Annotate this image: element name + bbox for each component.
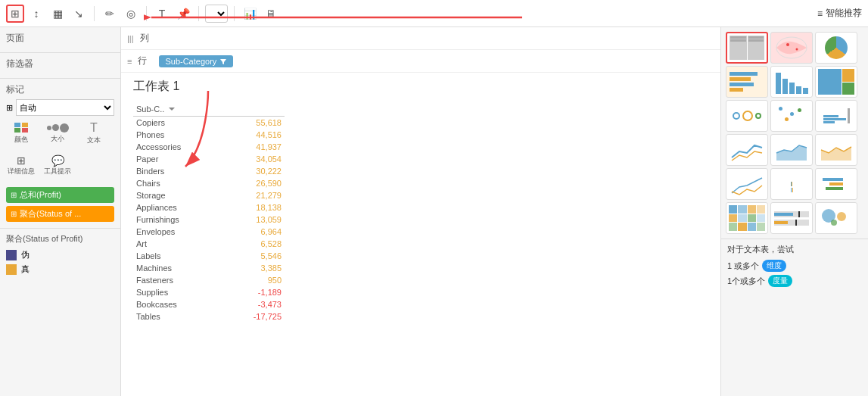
chart-more1[interactable] — [815, 100, 857, 132]
color-mark[interactable]: 颜色 — [6, 120, 36, 146]
tree-preview — [816, 67, 857, 97]
row-name: Chairs — [136, 179, 160, 188]
text-label: 文本 — [87, 136, 101, 145]
svg-marker-6 — [821, 147, 851, 161]
table-row: Machines3,385 — [133, 262, 285, 274]
vbar-preview — [773, 67, 811, 97]
row-name: Copiers — [136, 118, 165, 127]
row-name: Bookcases — [136, 300, 177, 309]
chart-heatmap[interactable] — [726, 202, 768, 234]
smart-rec-button[interactable]: ≡ 智能推荐 — [817, 7, 862, 20]
table-icon[interactable]: ⊞ — [6, 5, 24, 23]
data-table: Sub-C.. Copiers55,618Phones44,516Accesso… — [133, 102, 285, 323]
row-name: Envelopes — [136, 227, 175, 236]
row-value: -3,473 — [258, 300, 282, 309]
worksheet-title: 工作表 1 — [133, 79, 708, 95]
worksheet-area: 工作表 1 Sub-C.. Copiers55,618Phones44,516A… — [121, 73, 720, 396]
smart-rec-label: 智能推荐 — [826, 7, 862, 20]
gantt-preview — [816, 175, 857, 193]
row-value: 13,059 — [256, 215, 282, 224]
table-row: Storage21,279 — [133, 189, 285, 201]
hierarchy-icon[interactable]: ↘ — [70, 5, 88, 23]
row-name: Storage — [136, 191, 166, 200]
col-shelf: ||| 列 — [121, 27, 720, 50]
detail-button[interactable]: ⊞ 详细信息 — [6, 154, 36, 176]
row-name: Phones — [136, 130, 164, 139]
chart-gantt2[interactable] — [815, 168, 857, 200]
sort-rows-icon[interactable]: ↕ — [27, 5, 45, 23]
row-shelf-label: 行 — [138, 55, 153, 67]
monitor-icon[interactable]: 🖥 — [262, 5, 280, 23]
map-icon — [773, 34, 810, 61]
group-icon[interactable]: ▦ — [48, 5, 67, 23]
chart-area1[interactable] — [770, 134, 813, 166]
toolbar: ⊞ ↕ ▦ ↘ ✏ ◎ T 📌 标准 📊 🖥 ≡ 智能推荐 — [0, 0, 868, 27]
row-name: Tables — [136, 312, 160, 321]
status-false-box — [6, 250, 17, 260]
chart-text-table[interactable] — [726, 32, 768, 64]
row-name: Furnishings — [136, 215, 179, 224]
tooltip-button[interactable]: 💬 工具提示 — [42, 154, 73, 176]
divider3 — [198, 6, 199, 21]
table-row: Furnishings13,059 — [133, 214, 285, 226]
chart-area2[interactable] — [815, 134, 857, 166]
dimension-rec-row: 1 或多个 维度 — [727, 260, 862, 272]
row-value: 6,964 — [260, 227, 282, 236]
chart-bubble[interactable] — [815, 202, 857, 234]
chart-dual-line[interactable] — [726, 168, 768, 200]
svg-point-3 — [786, 43, 789, 46]
marks-label: 标记 — [6, 83, 114, 96]
text-icon[interactable]: T — [153, 5, 171, 23]
chart-tree[interactable] — [815, 66, 857, 98]
table-row: Envelopes6,964 — [133, 226, 285, 238]
chart-pie[interactable] — [815, 32, 857, 64]
row-value: 3,385 — [260, 263, 282, 273]
pages-label: 页面 — [6, 32, 114, 45]
sort-icon[interactable] — [167, 104, 176, 114]
row-value: 6,528 — [260, 239, 282, 248]
sub-category-pill[interactable]: Sub-Category — [159, 55, 233, 67]
pages-section: 页面 — [0, 27, 120, 53]
table-row: Supplies-1,189 — [133, 286, 285, 298]
chart-map[interactable] — [770, 32, 813, 64]
table-row: Chairs26,590 — [133, 177, 285, 189]
agg2-button[interactable]: ⊞ 聚合(Status of ... — [6, 206, 114, 222]
circle-preview — [730, 108, 764, 124]
area-chart2-preview — [817, 136, 855, 164]
row-name: Fasteners — [136, 276, 173, 285]
mea-badge: 度量 — [768, 275, 792, 287]
chart-line1[interactable] — [726, 134, 768, 166]
chart-bullet[interactable] — [770, 202, 813, 234]
chart-hbar-grouped[interactable] — [726, 66, 768, 98]
tooltip-label: 工具提示 — [44, 167, 71, 176]
chart-icon[interactable]: 📊 — [241, 5, 259, 23]
table-row: Fasteners950 — [133, 274, 285, 286]
chart-scatter[interactable] — [770, 100, 813, 132]
details-row: ⊞ 详细信息 💬 工具提示 — [6, 151, 114, 179]
size-mark[interactable]: 大小 — [42, 120, 73, 146]
status-section: 聚合(Status of Profit) 伪 真 — [0, 228, 120, 282]
marks-auto-icon: ⊞ — [6, 103, 13, 113]
text-mark[interactable]: T 文本 — [79, 120, 109, 146]
chart-vbar[interactable] — [770, 66, 813, 98]
chart-circle[interactable] — [726, 100, 768, 132]
chart-stacked[interactable] — [770, 168, 813, 200]
row-value: 34,054 — [256, 154, 282, 164]
row-value: 26,590 — [256, 179, 282, 188]
center-panel: ||| 列 ≡ 行 Sub-Category 工作表 1 — [121, 27, 720, 396]
color-label: 颜色 — [14, 135, 28, 145]
row-value: -17,725 — [254, 312, 282, 321]
pen-icon[interactable]: ✏ — [101, 5, 119, 23]
marks-auto-select[interactable]: 自动 — [16, 99, 114, 116]
row-shelf: ≡ 行 Sub-Category — [121, 50, 720, 73]
agg1-button[interactable]: ⊞ 总和(Profit) — [6, 187, 114, 203]
pin-icon[interactable]: 📌 — [174, 5, 192, 23]
table-row: Phones44,516 — [133, 129, 285, 141]
clip-icon[interactable]: ◎ — [122, 5, 140, 23]
table-row: Paper34,054 — [133, 153, 285, 165]
row-value: 41,937 — [256, 142, 282, 151]
row-value: 18,138 — [256, 203, 282, 212]
agg-section: ⊞ 总和(Profit) ⊞ 聚合(Status of ... — [0, 184, 120, 228]
row-shelf-content: Sub-Category — [159, 55, 714, 67]
standard-select[interactable]: 标准 — [205, 5, 228, 23]
